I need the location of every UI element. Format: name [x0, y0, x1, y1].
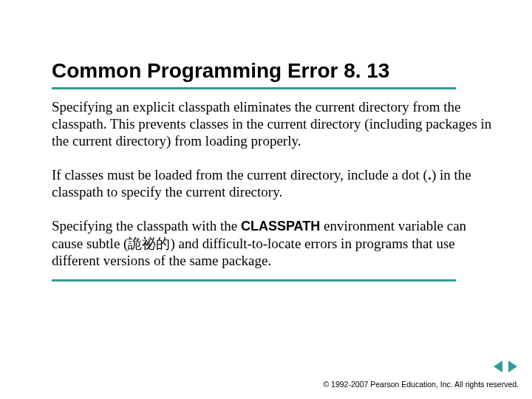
paragraph-2-pre: If classes must be loaded from the curre…: [52, 167, 428, 183]
bottom-rule: [52, 279, 456, 282]
paragraph-2: If classes must be loaded from the curre…: [52, 166, 495, 201]
paragraph-3-pre: Specifying the classpath with the: [52, 218, 241, 233]
next-slide-icon[interactable]: [508, 361, 517, 372]
title-underline: [52, 87, 456, 89]
footer: © 1992-2007 Pearson Education, Inc. All …: [323, 361, 519, 389]
paragraph-1: Specifying an explicit classpath elimina…: [52, 98, 495, 150]
classpath-literal: CLASSPATH: [241, 219, 320, 233]
content-region: Common Programming Error 8. 13 Specifyin…: [52, 59, 495, 282]
paragraph-3: Specifying the classpath with the CLASSP…: [52, 217, 495, 269]
slide: Common Programming Error 8. 13 Specifyin…: [0, 0, 532, 399]
copyright-text: © 1992-2007 Pearson Education, Inc. All …: [323, 380, 519, 389]
nav-controls: [323, 361, 519, 375]
slide-title: Common Programming Error 8. 13: [52, 59, 495, 83]
prev-slide-icon[interactable]: [494, 361, 502, 372]
